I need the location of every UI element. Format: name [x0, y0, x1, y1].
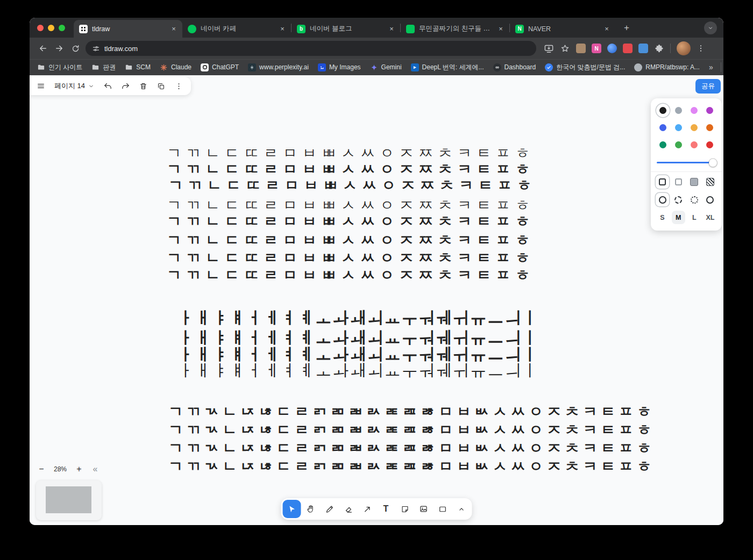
fill-none-button[interactable]: [656, 175, 669, 189]
note-tool[interactable]: [396, 500, 414, 518]
redo-button[interactable]: [117, 78, 134, 94]
minimap-viewport[interactable]: [46, 486, 91, 513]
opacity-slider[interactable]: [657, 159, 716, 167]
close-tab-icon[interactable]: ×: [602, 25, 611, 33]
bookmark-perplexity[interactable]: www.perplexity.ai: [248, 63, 309, 71]
minimize-window-button[interactable]: [48, 25, 54, 31]
fill-solid-button[interactable]: [687, 175, 701, 189]
duplicate-button[interactable]: [152, 78, 169, 94]
fill-semi-button[interactable]: [672, 175, 685, 189]
fill-pattern-button[interactable]: [704, 175, 717, 189]
dash-dashed-button[interactable]: [672, 193, 685, 206]
bookmark-popular-sites[interactable]: 인기 사이트: [37, 63, 82, 72]
canvas-text-clusters[interactable]: ㄱㄲㄳㄴㄵㄶㄷㄹㄺㄻㄼㄽㄾㄿㅀㅁㅂㅄㅅㅆㅇㅈㅊㅋㅌㅍㅎ: [168, 402, 655, 421]
forward-button[interactable]: [51, 40, 67, 56]
color-swatch-red[interactable]: [703, 138, 716, 152]
extension-icon[interactable]: [576, 44, 586, 53]
color-swatch-orange[interactable]: [703, 121, 716, 134]
color-swatch-violet[interactable]: [703, 104, 716, 117]
reload-button[interactable]: [67, 40, 83, 56]
bookmark-my-images[interactable]: My Images: [318, 63, 361, 71]
collapse-minimap-button[interactable]: «: [88, 462, 103, 477]
draw-tool[interactable]: [321, 500, 339, 518]
tab-tldraw[interactable]: tldraw ×: [74, 20, 182, 38]
page-menu-button[interactable]: 페이지 14: [50, 78, 98, 94]
bookmark-pangwon[interactable]: 판권: [91, 63, 116, 72]
hand-tool[interactable]: [302, 500, 320, 518]
undo-button[interactable]: [99, 78, 116, 94]
rectangle-tool[interactable]: [434, 500, 452, 518]
extension-icon[interactable]: [638, 44, 648, 53]
size-l-button[interactable]: L: [687, 211, 701, 224]
opacity-slider-thumb[interactable]: [709, 159, 717, 167]
canvas-text-vowels[interactable]: ㅏㅐㅑㅒㅓㅔㅕㅖㅗㅘㅙㅚㅛㅜㅝㅞㅟㅠㅡㅢㅣ: [177, 307, 539, 329]
back-button[interactable]: [35, 40, 51, 56]
close-tab-icon[interactable]: ×: [496, 25, 505, 33]
canvas-text-consonants[interactable]: ㄱㄲㄴㄷㄸㄹㅁㅂㅃㅅㅆㅇㅈㅉㅊㅋㅌㅍㅎ: [167, 248, 535, 268]
color-swatch-green[interactable]: [656, 138, 670, 152]
canvas-text-consonants[interactable]: ㄱㄲㄴㄷㄸㄹㅁㅂㅃㅅㅆㅇㅈㅉㅊㅋㅌㅍㅎ: [167, 231, 535, 250]
size-s-button[interactable]: S: [656, 211, 669, 224]
tab-moomin-post[interactable]: 무민골짜기의 친구들 반값으로 정리 ×: [401, 20, 509, 38]
extension-icon[interactable]: N: [592, 44, 601, 53]
more-actions-button[interactable]: [170, 78, 187, 94]
dash-solid-button[interactable]: [704, 193, 717, 206]
new-tab-button[interactable]: +: [620, 21, 634, 35]
canvas-text-clusters[interactable]: ㄱㄲㄳㄴㄵㄶㄷㄹㄺㄻㄼㄽㄾㄿㅀㅁㅂㅄㅅㅆㅇㅈㅊㅋㅌㅍㅎ: [168, 420, 655, 440]
bookmark-korean-checker[interactable]: 한국어 맞춤법/문법 검...: [545, 63, 625, 72]
color-swatch-blue[interactable]: [656, 121, 670, 134]
address-bar[interactable]: tldraw.com: [86, 41, 536, 56]
canvas-text-consonants[interactable]: ㄱㄲㄴㄷㄸㄹㅁㅂㅃㅅㅆㅇㅈㅉㅊㅋㅌㅍㅎ: [167, 265, 535, 285]
bookmark-star-icon[interactable]: [560, 44, 570, 54]
bookmark-dashboard[interactable]: Dashboard: [493, 63, 536, 71]
dash-draw-button[interactable]: [656, 193, 669, 206]
fullscreen-window-button[interactable]: [59, 25, 65, 31]
size-xl-button[interactable]: XL: [704, 211, 717, 224]
text-tool[interactable]: T: [377, 500, 395, 518]
minimap[interactable]: [36, 480, 102, 520]
color-swatch-grey[interactable]: [672, 104, 685, 117]
close-window-button[interactable]: [37, 25, 44, 31]
color-swatch-black[interactable]: [656, 104, 670, 117]
share-button[interactable]: 공유: [695, 79, 721, 94]
bookmarks-overflow-chevron[interactable]: »: [709, 63, 713, 71]
color-swatch-light-red[interactable]: [687, 138, 701, 152]
extension-icon[interactable]: [623, 44, 633, 53]
zoom-level[interactable]: 28%: [50, 465, 70, 473]
color-swatch-light-violet[interactable]: [687, 104, 701, 117]
canvas-text-consonants[interactable]: ㄱㄲㄴㄷㄸㄹㅁㅂㅃㅅㅆㅇㅈㅉㅊㅋㅌㅍㅎ: [168, 176, 536, 195]
close-tab-icon[interactable]: ×: [387, 25, 396, 33]
close-tab-icon[interactable]: ×: [169, 25, 178, 33]
zoom-in-button[interactable]: +: [72, 462, 87, 477]
delete-button[interactable]: [134, 78, 152, 94]
size-m-button[interactable]: M: [672, 211, 685, 224]
tab-search-button[interactable]: [704, 21, 717, 34]
profile-avatar[interactable]: [677, 41, 691, 55]
tldraw-canvas[interactable]: 페이지 14 공유: [30, 75, 723, 525]
color-swatch-light-green[interactable]: [672, 138, 685, 152]
extensions-puzzle-icon[interactable]: [654, 44, 664, 54]
extension-icon[interactable]: [607, 44, 617, 53]
send-to-device-icon[interactable]: [544, 44, 554, 54]
bookmark-claude[interactable]: Claude: [160, 63, 191, 71]
color-swatch-yellow[interactable]: [687, 121, 701, 134]
dash-dotted-button[interactable]: [687, 193, 701, 206]
browser-menu-kebab-icon[interactable]: [697, 44, 705, 53]
select-tool[interactable]: [283, 500, 301, 518]
arrow-tool[interactable]: [358, 500, 376, 518]
more-tools-button[interactable]: [452, 500, 471, 518]
zoom-out-button[interactable]: −: [34, 462, 49, 477]
tab-naver[interactable]: N NAVER ×: [510, 20, 615, 38]
asset-tool[interactable]: [415, 500, 433, 518]
tab-naver-cafe[interactable]: 네이버 카페 ×: [182, 20, 291, 38]
bookmark-gemini[interactable]: Gemini: [370, 63, 402, 71]
bookmark-deepl[interactable]: DeepL 번역: 세계에...: [411, 63, 484, 72]
canvas-text-consonants[interactable]: ㄱㄲㄴㄷㄸㄹㅁㅂㅃㅅㅆㅇㅈㅉㅊㅋㅌㅍㅎ: [167, 212, 535, 231]
eraser-tool[interactable]: [339, 500, 358, 518]
main-menu-button[interactable]: [32, 78, 49, 94]
canvas-text-clusters[interactable]: ㄱㄲㄳㄴㄵㄶㄷㄹㄺㄻㄼㄽㄾㄿㅀㅁㅂㅄㅅㅆㅇㅈㅊㅋㅌㅍㅎ: [168, 457, 655, 476]
close-tab-icon[interactable]: ×: [278, 25, 287, 33]
bookmark-scm[interactable]: SCM: [125, 63, 151, 71]
tab-naver-blog[interactable]: b 네이버 블로그 ×: [292, 20, 400, 38]
canvas-text-vowels[interactable]: ㅏㅐㅑㅒㅓㅔㅕㅖㅗㅘㅙㅚㅛㅜㅝㅞㅟㅠㅡㅢㅣ: [177, 360, 539, 382]
